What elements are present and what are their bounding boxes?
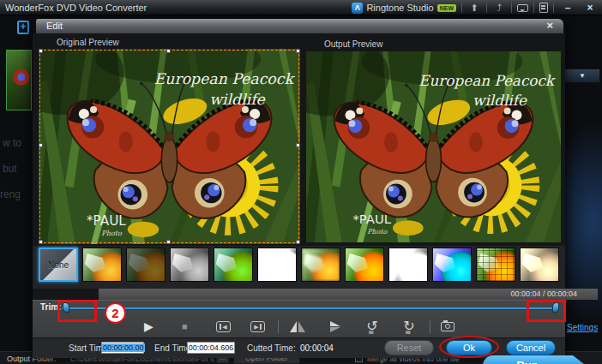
upgrade-icon[interactable]: ⬆: [467, 2, 481, 14]
start-time-input[interactable]: 00:00:00.00: [101, 342, 144, 354]
time-fields-bar: Start Time: 00:00:00.00 End Time: 00:00:…: [33, 337, 565, 358]
cutted-time-value: 00:00:04: [300, 343, 334, 353]
log-icon[interactable]: [539, 3, 548, 13]
background-text-fragment: reng: [0, 188, 21, 200]
filter-strip: None: [39, 248, 559, 282]
filter-preview-sepia: [521, 248, 558, 281]
filter-preview-mosaic: [477, 248, 515, 281]
output-preview-panel: [306, 51, 561, 242]
filter-thumb-emboss[interactable]: [388, 248, 428, 282]
crop-handle[interactable]: [39, 240, 43, 244]
ringtone-studio-label: Ringtone Studio: [366, 3, 433, 13]
original-preview-panel[interactable]: [39, 49, 300, 244]
share-icon[interactable]: ⤴: [492, 2, 506, 14]
cutted-time-label: Cutted Time:: [247, 343, 296, 353]
crop-handle[interactable]: [296, 143, 300, 147]
filter-preview-grayscale: [171, 248, 208, 281]
filter-preview-cool-green: [214, 248, 252, 281]
ringtone-studio-icon: Λ: [352, 3, 363, 14]
playback-time-display: 00:00:04 / 00:00:04: [99, 289, 598, 300]
output-preview-label: Output Preview: [324, 39, 382, 49]
trim-label: Trim:: [40, 302, 61, 312]
next-frame-button[interactable]: ▶: [250, 321, 265, 332]
divider: [511, 3, 512, 13]
settings-link[interactable]: Settings: [567, 323, 598, 332]
filter-thumb-sketch[interactable]: [257, 248, 297, 282]
ok-button[interactable]: Ok: [446, 340, 492, 355]
chevron-down-icon: ▼: [579, 72, 586, 80]
filter-thumb-mosaic[interactable]: [476, 248, 515, 282]
trim-end-handle[interactable]: [552, 302, 559, 313]
app-window: European Peacock wildlife *PAUL Photo Wo…: [0, 0, 602, 364]
close-button[interactable]: ×: [581, 2, 599, 14]
divider: [461, 3, 462, 13]
filter-preview-sketch: [258, 248, 296, 281]
end-time-input[interactable]: 00:00:04.606: [187, 342, 235, 354]
cancel-button[interactable]: Cancel: [506, 340, 556, 355]
filter-preview-emboss: [389, 248, 427, 281]
crop-handle[interactable]: [166, 240, 171, 244]
trim-slider-track[interactable]: [62, 307, 559, 309]
flip-horizontal-button[interactable]: [290, 318, 305, 335]
filter-thumb-darken[interactable]: [126, 248, 166, 282]
output-preview-image: [306, 51, 561, 242]
edit-dialog-tab: Edit ×: [36, 19, 563, 33]
edit-dialog-body: Original Preview Output Preview None: [33, 33, 565, 358]
filter-thumb-sepia[interactable]: [520, 248, 559, 282]
background-text-fragment: w to: [3, 137, 21, 149]
divider: [486, 3, 487, 13]
edit-dialog: Edit × Original Preview Output Preview: [33, 19, 565, 358]
format-dropdown-button[interactable]: ▼: [564, 69, 600, 83]
flip-vertical-button[interactable]: [330, 318, 340, 335]
crop-handle[interactable]: [39, 143, 43, 147]
filter-thumb-blur[interactable]: [301, 248, 340, 282]
filter-thumb-film-grain[interactable]: [432, 248, 472, 282]
filter-preview-blur: [302, 248, 340, 281]
reset-button[interactable]: Reset: [384, 340, 434, 355]
new-badge: NEW: [437, 4, 456, 12]
play-button[interactable]: ▶: [144, 319, 154, 333]
ringtone-studio-button[interactable]: Λ Ringtone Studio NEW: [352, 3, 456, 14]
app-title: WonderFox DVD Video Converter: [0, 3, 147, 13]
filter-thumb-none[interactable]: None: [39, 248, 78, 282]
filter-thumb-cool-green[interactable]: [214, 248, 253, 282]
original-preview-label: Original Preview: [57, 38, 119, 47]
trim-start-handle[interactable]: [63, 302, 69, 313]
feedback-icon[interactable]: [517, 4, 528, 12]
filter-none-label: None: [40, 249, 76, 280]
minimize-button[interactable]: –: [559, 2, 576, 14]
rotate-right-90-button[interactable]: ↻90: [401, 319, 417, 333]
rotate-left-90-button[interactable]: ↺90: [364, 319, 380, 333]
crop-handle[interactable]: [296, 240, 300, 244]
divider: [430, 320, 430, 333]
video-list-thumbnail[interactable]: [6, 50, 32, 110]
crop-handle[interactable]: [296, 49, 300, 53]
divider: [533, 3, 534, 13]
background-text-fragment: but: [3, 163, 17, 175]
flip-vertical-icon: [330, 321, 340, 332]
divider: [553, 3, 554, 13]
stop-button[interactable]: ■: [182, 321, 188, 331]
dialog-close-button[interactable]: ×: [546, 19, 553, 33]
edit-dialog-title: Edit: [46, 21, 63, 31]
filter-preview-darken: [127, 248, 165, 281]
crop-handle[interactable]: [166, 49, 171, 53]
crop-handle[interactable]: [39, 49, 43, 53]
filter-preview-film-grain: [433, 248, 471, 281]
filter-preview-original: [83, 248, 121, 281]
divider: [278, 320, 279, 333]
filter-preview-vivid: [346, 248, 383, 281]
add-file-icon[interactable]: +: [17, 21, 29, 34]
original-preview-image: [39, 49, 300, 244]
previous-frame-button[interactable]: ◀: [216, 321, 231, 332]
filter-thumb-original[interactable]: [82, 248, 122, 282]
run-button[interactable]: Run: [483, 355, 587, 364]
filter-thumb-grayscale[interactable]: [170, 248, 209, 282]
title-bar: WonderFox DVD Video Converter Λ Ringtone…: [0, 0, 602, 15]
filter-thumb-vivid[interactable]: [345, 248, 384, 282]
flip-horizontal-icon: [290, 321, 297, 332]
snapshot-camera-icon[interactable]: [441, 322, 455, 331]
